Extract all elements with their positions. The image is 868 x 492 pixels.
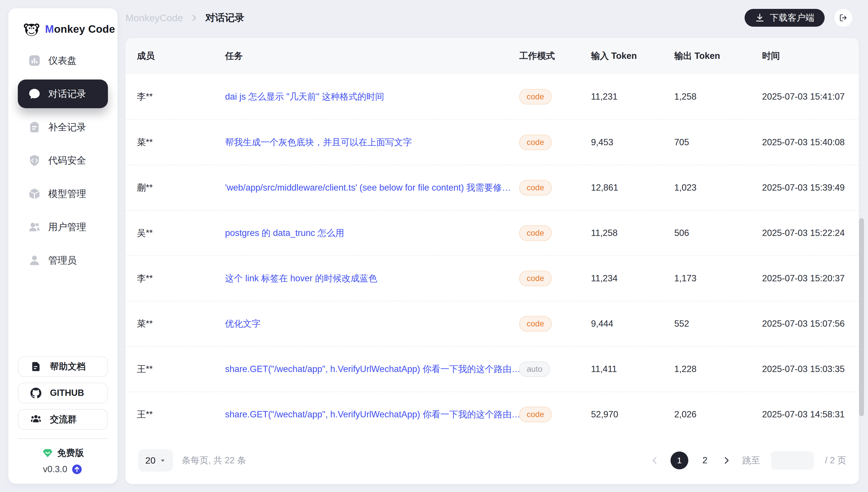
page-size-value: 20 [145,455,155,466]
time-cell: 2025-07-03 14:58:31 [762,409,847,420]
input-token-cell: 9,453 [591,137,674,148]
time-cell: 2025-07-03 15:20:37 [762,273,847,284]
time-cell: 2025-07-03 15:07:56 [762,319,847,329]
member-cell: 王** [137,409,225,420]
mode-badge: auto [519,361,550,377]
table-header: 成员 任务 工作模式 输入 Token 输出 Token 时间 [125,38,859,74]
member-cell: 王** [137,363,225,375]
scrollbar-thumb[interactable] [859,218,864,416]
mode-badge: code [519,225,552,241]
member-cell: 吴** [137,227,225,239]
next-page-icon[interactable] [722,456,731,465]
user-icon [28,254,41,267]
task-link[interactable]: 优化文字 [225,318,519,330]
jump-to-input[interactable] [771,451,814,470]
logo: Monkey Code [8,8,117,38]
sidebar-footer-button[interactable]: GITHUB [18,383,108,403]
sidebar-item-label: 代码安全 [48,154,86,167]
users-icon [28,221,41,233]
pagination-bar: 20 条每页, 共 22 条 12 跳至 / 2 页 [125,437,859,484]
breadcrumb-root[interactable]: MonkeyCode [125,13,183,24]
input-token-cell: 11,231 [591,92,674,102]
sidebar-item-label: 模型管理 [48,188,86,200]
table-body: 李** dai js 怎么显示 "几天前" 这种格式的时间 code 11,23… [125,74,859,437]
sidebar-footer-button[interactable]: 帮助文档 [18,356,108,377]
task-link[interactable]: 帮我生成一个灰色底块，并且可以在上面写文字 [225,137,519,148]
output-token-cell: 2,026 [674,409,762,420]
table-row: 吴** postgres 的 data_trunc 怎么用 code 11,25… [125,210,859,255]
time-cell: 2025-07-03 15:22:24 [762,228,847,238]
sidebar-item-label: 管理员 [48,254,77,267]
task-link[interactable]: share.GET("/wechat/app", h.VerifyUrlWech… [225,409,519,420]
output-token-cell: 552 [674,319,762,329]
input-token-cell: 9,444 [591,319,674,329]
sidebar-item[interactable]: 模型管理 [18,179,108,208]
mode-badge: code [519,407,552,422]
sidebar-item[interactable]: 对话记录 [18,79,108,108]
upgrade-icon[interactable] [71,464,83,475]
sidebar-item-label: 用户管理 [48,221,86,233]
records-table-card: 成员 任务 工作模式 输入 Token 输出 Token 时间 李** dai … [125,38,859,484]
pagination-left: 20 条每页, 共 22 条 [138,449,246,472]
input-token-cell: 12,861 [591,182,674,193]
pagination-right: 12 跳至 / 2 页 [650,451,846,470]
mode-badge: code [519,134,552,150]
member-cell: 李** [137,272,225,285]
download-client-button[interactable]: 下载客户端 [745,9,825,27]
table-row: 王** share.GET("/wechat/app", h.VerifyUrl… [125,392,859,437]
table-row: 李** 这个 link 标签在 hover 的时候改成蓝色 code 11,23… [125,255,859,301]
output-token-cell: 1,258 [674,92,762,102]
sidebar-item[interactable]: 仪表盘 [18,46,108,75]
task-link[interactable]: dai js 怎么显示 "几天前" 这种格式的时间 [225,91,519,103]
logout-button[interactable] [835,9,852,27]
shield-code-icon [28,154,41,167]
logout-icon [839,13,848,22]
time-cell: 2025-07-03 15:41:07 [762,92,847,102]
col-mode: 工作模式 [519,50,591,62]
sidebar-item[interactable]: 代码安全 [18,146,108,175]
plan-label: 免费版 [57,447,84,459]
jump-to-label: 跳至 [742,454,760,466]
task-link[interactable]: share.GET("/wechat/app", h.VerifyUrlWech… [225,363,519,375]
screen: Monkey Code 仪表盘 对话记录 补全记录 代码安全 模型管理 [0,0,868,492]
chat-icon [28,88,41,100]
task-link[interactable]: 'web/app/src/middleware/client.ts' (see … [225,182,519,194]
output-token-cell: 1,023 [674,182,762,193]
version-row: v0.3.0 [18,464,108,475]
member-cell: 蒯** [137,182,225,194]
sidebar-footer-button[interactable]: 交流群 [18,409,108,430]
page-number[interactable]: 1 [671,451,688,469]
page-size-select[interactable]: 20 [138,449,173,472]
task-link[interactable]: 这个 link 标签在 hover 的时候改成蓝色 [225,272,519,285]
sidebar-footer: 帮助文档 GITHUB 交流群 免费版 v0.3.0 [18,356,108,475]
time-cell: 2025-07-03 15:39:49 [762,182,847,193]
clipboard-icon [28,121,41,133]
col-input-token: 输入 Token [591,50,674,62]
col-time: 时间 [762,50,847,62]
plan-row: 免费版 [18,447,108,459]
sidebar-item[interactable]: 补全记录 [18,113,108,142]
topbar: MonkeyCode 对话记录 下载客户端 [125,8,852,27]
member-cell: 李** [137,91,225,103]
plan-gem-icon [42,447,53,459]
mode-badge: code [519,271,552,286]
input-token-cell: 11,258 [591,228,674,238]
output-token-cell: 1,173 [674,273,762,284]
input-token-cell: 11,234 [591,273,674,284]
sidebar-footer-button-label: 交流群 [50,413,77,425]
sidebar-item[interactable]: 管理员 [18,246,108,275]
dashboard-icon [28,54,41,67]
sidebar-item-label: 对话记录 [48,88,86,100]
sidebar-footer-button-label: 帮助文档 [50,361,85,373]
task-link[interactable]: postgres 的 data_trunc 怎么用 [225,227,519,239]
col-task: 任务 [225,50,519,62]
member-cell: 菜** [137,318,225,330]
sidebar-item[interactable]: 用户管理 [18,213,108,241]
breadcrumb: MonkeyCode 对话记录 [125,11,244,24]
document-icon [30,361,41,372]
breadcrumb-current: 对话记录 [205,11,244,24]
download-icon [755,13,765,23]
table-row: 李** dai js 怎么显示 "几天前" 这种格式的时间 code 11,23… [125,74,859,119]
page-number[interactable]: 2 [699,455,711,466]
prev-page-icon[interactable] [650,456,660,465]
